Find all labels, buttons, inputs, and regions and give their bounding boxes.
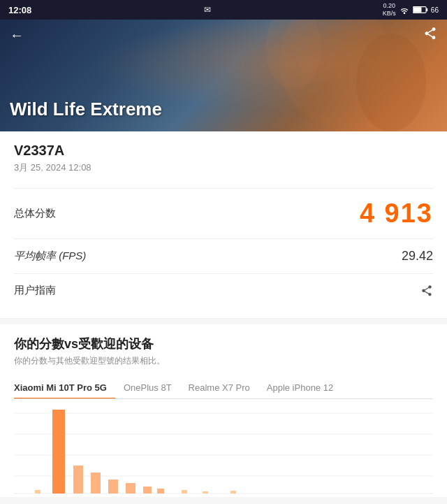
svg-rect-18 bbox=[35, 490, 41, 494]
guide-row: 用户指南 bbox=[14, 273, 433, 307]
result-card: V2337A 3月 25, 2024 12:08 总体分数 4 913 平均帧率… bbox=[0, 131, 447, 319]
tab-xiaomi[interactable]: Xiaomi Mi 10T Pro 5G bbox=[14, 377, 115, 398]
comparison-subtitle: 你的分数与其他受歡迎型號的结果相比。 bbox=[14, 355, 433, 367]
total-score-value: 4 913 bbox=[360, 199, 433, 229]
guide-label: 用户指南 bbox=[14, 284, 56, 297]
fps-value: 29.42 bbox=[402, 249, 433, 264]
svg-rect-12 bbox=[73, 466, 83, 494]
comparison-tabs: Xiaomi Mi 10T Pro 5G OnePlus 8T Realme X… bbox=[14, 377, 433, 399]
comparison-section: 你的分數vs受歡迎的设备 你的分数与其他受歡迎型號的结果相比。 Xiaomi M… bbox=[0, 324, 447, 399]
status-speed: 0.20KB/s bbox=[383, 2, 396, 17]
hero-nav: ← bbox=[0, 20, 447, 50]
svg-rect-16 bbox=[143, 487, 152, 494]
svg-rect-2 bbox=[413, 7, 422, 12]
hero-banner: ← Wild Life Extreme bbox=[0, 20, 447, 131]
svg-rect-1 bbox=[426, 8, 427, 11]
svg-rect-13 bbox=[91, 473, 101, 494]
device-date: 3月 25, 2024 12:08 bbox=[14, 161, 433, 174]
comparison-chart bbox=[14, 399, 433, 497]
svg-rect-15 bbox=[126, 483, 135, 494]
comparison-title: 你的分數vs受歡迎的设备 bbox=[14, 336, 433, 352]
svg-rect-14 bbox=[108, 480, 118, 494]
fps-label: 平均帧率 (FPS) bbox=[14, 250, 86, 263]
svg-rect-21 bbox=[230, 491, 236, 494]
fps-row: 平均帧率 (FPS) 29.42 bbox=[14, 238, 433, 273]
status-right-icons: 0.20KB/s 66 bbox=[383, 2, 439, 17]
total-score-row: 总体分数 4 913 bbox=[14, 188, 433, 238]
tab-iphone[interactable]: Apple iPhone 12 bbox=[258, 377, 342, 398]
svg-rect-19 bbox=[182, 490, 187, 494]
tab-realme[interactable]: Realme X7 Pro bbox=[180, 377, 258, 398]
status-notification: ✉ bbox=[204, 5, 211, 15]
guide-share-icon[interactable] bbox=[420, 285, 433, 297]
chart-area bbox=[0, 399, 447, 497]
hero-share-button[interactable] bbox=[423, 27, 437, 43]
status-time: 12:08 bbox=[8, 5, 31, 15]
battery-icon bbox=[413, 6, 428, 14]
hero-title: Wild Life Extreme bbox=[0, 99, 172, 131]
back-button[interactable]: ← bbox=[10, 27, 24, 43]
wifi-icon bbox=[399, 6, 410, 14]
status-bar: 12:08 ✉ 0.20KB/s 66 bbox=[0, 0, 447, 20]
share-icon-hero bbox=[423, 27, 437, 41]
tab-oneplus[interactable]: OnePlus 8T bbox=[115, 377, 180, 398]
svg-rect-20 bbox=[203, 491, 208, 494]
svg-rect-17 bbox=[157, 489, 164, 494]
battery-percent: 66 bbox=[431, 6, 439, 14]
total-score-label: 总体分数 bbox=[14, 207, 56, 220]
svg-rect-11 bbox=[52, 410, 65, 494]
device-id: V2337A bbox=[14, 143, 433, 159]
